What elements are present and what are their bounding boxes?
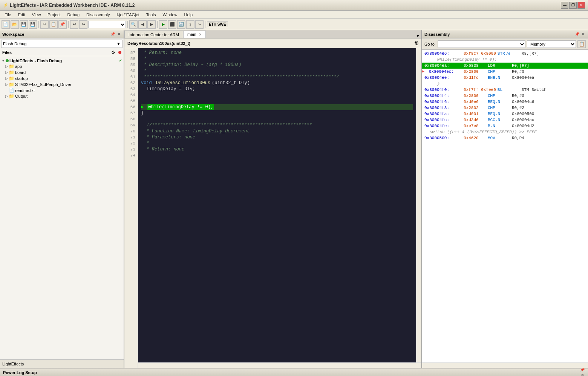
find-button[interactable]: 🔍 bbox=[129, 20, 138, 29]
code-line-66: ▶ while(TimingDelay != 0); bbox=[141, 104, 413, 110]
disasm-row-highlighted: 0x80004ea: 0x6838 LDR R0,[R7] bbox=[422, 63, 588, 69]
titlebar: ⚡ LightEffects - IAR Embedded Workbench … bbox=[0, 0, 588, 11]
disasm-row-4: 0x80004f0: 0xf7ff 0xfee0 BL STM_Switch bbox=[422, 87, 588, 93]
pin-icon[interactable]: 📌 bbox=[110, 32, 115, 37]
pin-disasm-icon[interactable]: 📌 bbox=[574, 32, 580, 37]
sep1 bbox=[38, 21, 39, 28]
next-button[interactable]: ▶ bbox=[147, 20, 156, 29]
file-icon-readme: 📄 bbox=[9, 88, 14, 93]
menu-item-window[interactable]: Window bbox=[159, 12, 180, 18]
code-line-71: * Parameters: none bbox=[141, 134, 413, 140]
ws-dropdown-label: Flash Debug bbox=[3, 41, 26, 46]
folder-icon-output: 📁 bbox=[9, 94, 14, 99]
disasm-copy-btn[interactable]: 📋 bbox=[577, 40, 586, 48]
menu-item-view[interactable]: View bbox=[29, 12, 44, 18]
code-line-57: * Return: none bbox=[141, 50, 413, 56]
close-ws-icon[interactable]: ✕ bbox=[116, 32, 121, 37]
step-over-button[interactable]: ⤷ bbox=[195, 20, 204, 29]
disasm-header: Disassembly 📌 ✕ bbox=[422, 30, 588, 38]
tree-root[interactable]: ▼ LightEffects - Flash Debug ✓ bbox=[0, 58, 124, 63]
config-combo[interactable] bbox=[88, 21, 126, 28]
code-line-63: TimingDelay = Dly; bbox=[141, 86, 413, 92]
prev-button[interactable]: ◀ bbox=[138, 20, 147, 29]
disasm-content: 0x80004e6: 0xf8c7 0x8000 STR.W R8,[R7] w… bbox=[422, 50, 588, 362]
menu-item-debug[interactable]: Debug bbox=[64, 12, 83, 18]
ws-project-label: LightEffects bbox=[2, 362, 24, 366]
workspace-header: Workspace 📌 ✕ bbox=[0, 30, 124, 38]
menu-item-project[interactable]: Project bbox=[44, 12, 63, 18]
menu-item-help[interactable]: Help bbox=[181, 12, 196, 18]
tab-main[interactable]: main ✕ bbox=[183, 31, 206, 38]
disasm-hscroll[interactable] bbox=[422, 362, 588, 368]
code-line-60: * bbox=[141, 68, 413, 74]
undo-button[interactable]: ↩ bbox=[70, 20, 78, 29]
disasm-row-3: 0x80004ee: 0xd1fc BNE.N 0x80004ea bbox=[422, 75, 588, 81]
disasm-comment-2: switch ((n++ & (3<<<EFFECTO_SPEED)) >> E… bbox=[422, 129, 588, 135]
ln61: 61 bbox=[124, 74, 138, 80]
save-all-button[interactable]: 💾 bbox=[29, 20, 37, 29]
ln68: 68 bbox=[124, 116, 138, 122]
stop-button[interactable]: ⬛ bbox=[168, 20, 176, 29]
menu-item-disassembly[interactable]: Disassembly bbox=[83, 12, 113, 18]
open-button[interactable]: 📂 bbox=[11, 20, 19, 29]
paste-button[interactable]: 📌 bbox=[58, 20, 67, 29]
ln57: 57 bbox=[124, 50, 138, 56]
code-hscroll-area bbox=[124, 362, 421, 368]
ln60: 60 bbox=[124, 68, 138, 74]
tree-item-readme[interactable]: 📄 readme.txt bbox=[0, 87, 124, 93]
tree-label-readme: readme.txt bbox=[15, 88, 35, 93]
workspace-title: Workspace bbox=[2, 32, 110, 37]
memory-combo[interactable]: Memory bbox=[527, 40, 576, 48]
ln64: 64 bbox=[124, 92, 138, 98]
tab-dropdown[interactable]: ▼ bbox=[414, 34, 421, 38]
workspace-dropdown[interactable]: Flash Debug ▼ bbox=[1, 40, 122, 48]
copy-button[interactable]: 📋 bbox=[49, 20, 58, 29]
tab-info-center[interactable]: Information Center for ARM bbox=[124, 31, 183, 38]
tab-close-icon[interactable]: ✕ bbox=[199, 32, 202, 37]
close-powerlog-icon[interactable]: ✕ bbox=[580, 373, 585, 376]
ws-dropdown-arrow: ▼ bbox=[116, 41, 121, 46]
debug-button[interactable]: ▶ bbox=[159, 20, 167, 29]
tree-label-periph: STM32F4xx_StdPeriph_Driver bbox=[15, 82, 71, 87]
fold-icon[interactable]: f() bbox=[415, 41, 418, 45]
menu-item-file[interactable]: File bbox=[2, 12, 14, 18]
step-button[interactable]: ⤵ bbox=[186, 20, 194, 29]
restore-button[interactable]: ❐ bbox=[569, 2, 577, 9]
checkmark-icon: ✓ bbox=[119, 58, 122, 63]
tree-item-board[interactable]: ▷ 📁 board bbox=[0, 69, 124, 75]
save-button[interactable]: 💾 bbox=[20, 20, 28, 29]
minimize-button[interactable]: — bbox=[561, 2, 568, 9]
tree-label-app: app bbox=[15, 64, 22, 69]
tree-item-startup[interactable]: ▷ 📁 startup bbox=[0, 75, 124, 81]
disasm-icons: 📌 ✕ bbox=[574, 32, 586, 37]
app-title: LightEffects - IAR Embedded Workbench ID… bbox=[10, 3, 561, 8]
pin-powerlog-icon[interactable]: 📌 bbox=[580, 367, 585, 373]
tree-item-periph[interactable]: ▷ 📁 STM32F4xx_StdPeriph_Driver bbox=[0, 81, 124, 87]
sep3 bbox=[127, 21, 128, 28]
function-name: DelayResolution100us(uint32_t) bbox=[127, 41, 190, 46]
code-line-59: * Description: Delay ~ (arg * 100us) bbox=[141, 62, 413, 68]
reset-button[interactable]: 🔄 bbox=[177, 20, 185, 29]
close-button[interactable]: ✕ bbox=[577, 2, 585, 9]
menu-item-edit[interactable]: Edit bbox=[15, 12, 28, 18]
workspace-icons: 📌 ✕ bbox=[110, 32, 121, 37]
menu-item-tools[interactable]: Tools bbox=[143, 12, 159, 18]
goto-combo[interactable] bbox=[438, 40, 525, 48]
code-line-61: ****************************************… bbox=[141, 74, 413, 80]
code-line-67: } bbox=[141, 110, 413, 116]
close-disasm-icon[interactable]: ✕ bbox=[580, 32, 586, 37]
code-line-62: void DelayResolution100us(uint32_t Dly) bbox=[141, 80, 413, 86]
tree-item-output[interactable]: ▷ 📁 Output bbox=[0, 93, 124, 99]
code-hscroll[interactable] bbox=[138, 362, 421, 368]
ln69: 69 bbox=[124, 122, 138, 128]
new-button[interactable]: 📄 bbox=[2, 20, 10, 29]
tree-item-app[interactable]: ▷ 📁 app bbox=[0, 63, 124, 69]
expand-periph: ▷ bbox=[5, 83, 8, 86]
cut-button[interactable]: ✂ bbox=[40, 20, 49, 29]
settings-icon[interactable]: ⚙ bbox=[111, 50, 115, 55]
menu-item-i-jet/jtagjet[interactable]: I-jet/JTAGjet bbox=[113, 12, 142, 18]
code-line-70: * Function Name: TimingDelay_Decrement bbox=[141, 128, 413, 134]
redo-button[interactable]: ↪ bbox=[79, 20, 87, 29]
code-content[interactable]: * Return: none * * Description: Delay ~ … bbox=[138, 48, 416, 362]
code-vscroll[interactable] bbox=[416, 48, 421, 362]
